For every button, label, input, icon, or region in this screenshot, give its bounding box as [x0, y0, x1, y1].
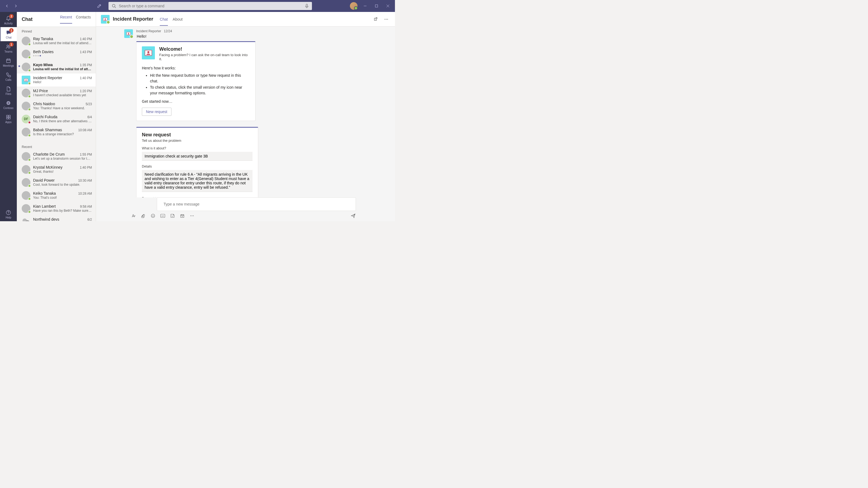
rail-meetings[interactable]: Meetings: [0, 55, 17, 69]
help-icon: [5, 209, 11, 216]
rail-apps[interactable]: Apps: [0, 112, 17, 126]
mic-icon[interactable]: [305, 4, 309, 8]
avatar: [22, 191, 30, 200]
chat-name: Daichi Fukuda: [33, 115, 58, 119]
rail-teams[interactable]: 1 Teams: [0, 41, 17, 55]
apps-icon: [5, 114, 11, 120]
chat-time: 1:40 PM: [80, 166, 92, 169]
rail-calls[interactable]: Calls: [0, 69, 17, 84]
chat-preview: Have you ran this by Beth? Make sure she…: [33, 209, 92, 213]
chat-item-pinned-3[interactable]: Incident Reporter1:40 PMHello!: [17, 73, 96, 87]
rail-contoso[interactable]: Contoso: [0, 98, 17, 112]
avatar-initials: DF: [22, 115, 30, 123]
more-options-button[interactable]: [382, 15, 390, 23]
teams-badge: 1: [9, 42, 13, 46]
chat-preview: Hello!: [33, 80, 92, 84]
send-button[interactable]: [350, 213, 356, 219]
rail-label: Contoso: [3, 106, 13, 109]
new-request-form-card: New request Tell us about the problem Wh…: [136, 127, 258, 197]
svg-rect-2: [375, 5, 378, 7]
avatar: [22, 37, 30, 45]
chat-item-recent-2[interactable]: David Power10:30 AMCool, look forward to…: [17, 176, 96, 189]
chat-list[interactable]: Pinned Ray Tanaka1:40 PMLouisa will send…: [17, 27, 96, 221]
tab-recent[interactable]: Recent: [60, 15, 72, 24]
chat-preview: Louisa will send the initial list of att…: [33, 41, 92, 45]
nav-back-button[interactable]: [3, 2, 11, 10]
chat-preview: You: Thanks! Have a nice weekend.: [33, 106, 92, 110]
welcome-subtitle: Facing a problem? I can ask the on-call …: [159, 53, 250, 61]
search-input[interactable]: [119, 4, 302, 8]
rail-chat[interactable]: 1 Chat: [0, 27, 17, 41]
form-subtitle: Tell us about the problem: [142, 138, 252, 142]
chat-panel-header: Chat Recent Contacts: [17, 12, 96, 27]
message-avatar: [124, 29, 133, 38]
chat-name: Babak Shammas: [33, 128, 62, 132]
svg-rect-7: [6, 115, 8, 117]
chat-panel-title: Chat: [22, 17, 60, 22]
chat-time: 1:40 PM: [80, 37, 92, 41]
chat-item-pinned-0[interactable]: Ray Tanaka1:40 PMLouisa will send the in…: [17, 34, 96, 47]
chat-item-pinned-5[interactable]: Chris Naidoo5/23You: Thanks! Have a nice…: [17, 99, 96, 112]
conversation-body[interactable]: Incident Reporter 12/24 Hello! Welcome!: [96, 27, 395, 197]
chat-item-pinned-7[interactable]: Babak Shammas10:08 AMIs this a strange i…: [17, 126, 96, 138]
svg-point-19: [105, 19, 106, 20]
svg-point-37: [193, 216, 194, 216]
popout-button[interactable]: [372, 15, 379, 23]
svg-point-20: [384, 19, 385, 20]
chat-preview: You: That's cool!: [33, 196, 92, 199]
rail-label: Teams: [4, 50, 12, 53]
gif-icon[interactable]: GIF: [160, 213, 165, 219]
rail-files[interactable]: Files: [0, 84, 17, 98]
new-request-button[interactable]: New request: [142, 108, 172, 116]
emoji-icon[interactable]: [150, 213, 156, 219]
chat-badge: 1: [9, 28, 13, 33]
nav-forward-button[interactable]: [12, 2, 20, 10]
minimize-button[interactable]: [361, 2, 369, 10]
rail-label: Apps: [5, 121, 12, 124]
attach-icon[interactable]: [141, 213, 146, 219]
avatar: [22, 178, 30, 187]
welcome-card-icon: [142, 46, 155, 59]
tab-contacts[interactable]: Contacts: [76, 15, 91, 24]
format-icon[interactable]: [131, 213, 136, 219]
chat-item-pinned-4[interactable]: MJ Price1:20 PMI haven't checked availab…: [17, 87, 96, 99]
search-bar[interactable]: [108, 2, 312, 10]
compose-toolbar: GIF: [96, 213, 395, 221]
chat-item-recent-5[interactable]: Northwind devs6/2Reta: Let's set up a br…: [17, 215, 96, 221]
meeting-icon[interactable]: [180, 213, 185, 219]
more-compose-button[interactable]: [189, 213, 195, 219]
close-button[interactable]: [384, 2, 392, 10]
compose-box[interactable]: [157, 197, 356, 211]
search-icon: [112, 4, 116, 8]
pinned-section-label: Pinned: [17, 27, 96, 34]
new-message-button[interactable]: [95, 2, 103, 10]
svg-point-24: [128, 33, 129, 34]
avatar: [22, 89, 30, 97]
profile-avatar[interactable]: [350, 2, 358, 10]
chat-item-pinned-2[interactable]: Kayo Miwa1:35 PMLouisa will send the ini…: [17, 61, 96, 73]
conversation-header: Incident Reporter Chat About: [96, 12, 395, 27]
chat-item-pinned-1[interactable]: Beth Davies1:43 PM: [17, 47, 96, 61]
welcome-card: Welcome! Facing a problem? I can ask the…: [136, 41, 255, 121]
form-title: New request: [142, 132, 252, 138]
message-time: 12/24: [164, 29, 172, 33]
compose-input[interactable]: [163, 200, 349, 208]
svg-rect-8: [9, 115, 10, 117]
convo-tab-chat[interactable]: Chat: [160, 13, 168, 26]
chat-item-recent-3[interactable]: Keiko Tanaka10:28 AMYou: That's cool!: [17, 189, 96, 202]
details-textarea[interactable]: Need clarification for rule 6 A - "All m…: [142, 170, 252, 192]
rail-help[interactable]: Help: [0, 207, 17, 221]
chat-item-recent-0[interactable]: Charlotte De Crum1:55 PMLet's set up a b…: [17, 150, 96, 163]
about-input[interactable]: [142, 152, 252, 161]
chat-item-recent-1[interactable]: Krystal McKinney1:40 PMGreat, thanks!: [17, 163, 96, 176]
rail-activity[interactable]: 2 Activity: [0, 13, 17, 27]
conversation-title: Incident Reporter: [113, 16, 153, 22]
bot-avatar: [101, 15, 110, 24]
chat-preview: Is this a strange interaction?: [33, 132, 92, 136]
sticker-icon[interactable]: [170, 213, 175, 219]
chat-item-pinned-6[interactable]: DFDaichi Fukuda6/4No, I think there are …: [17, 112, 96, 126]
chat-item-recent-4[interactable]: Kian Lambert9:58 AMHave you ran this by …: [17, 202, 96, 215]
chat-name: Kian Lambert: [33, 204, 56, 208]
maximize-button[interactable]: [373, 2, 380, 10]
convo-tab-about[interactable]: About: [173, 13, 183, 26]
